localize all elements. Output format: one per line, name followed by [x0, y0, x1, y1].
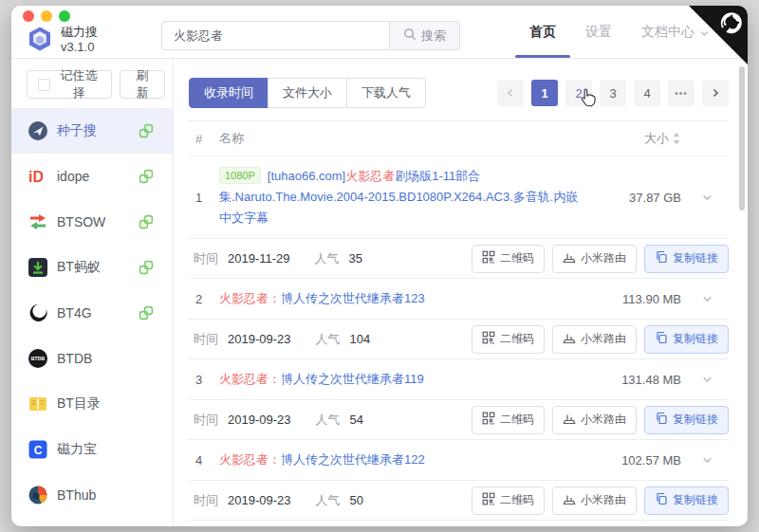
prev-page-button[interactable]: [497, 80, 524, 106]
search-button[interactable]: 搜索: [389, 21, 460, 50]
popularity-value: 50: [350, 493, 363, 507]
popularity-value: 54: [350, 413, 363, 427]
sidebar-item-btmayi[interactable]: BT蚂蚁: [11, 245, 173, 290]
copy-link-button[interactable]: 复制链接: [644, 245, 729, 273]
column-index: #: [189, 132, 219, 146]
cilibao-icon: C: [28, 439, 48, 460]
source-label: BTSOW: [57, 214, 105, 229]
app-name: 磁力搜: [61, 25, 98, 40]
zhongzisou-icon: [28, 120, 48, 141]
copy-link-button[interactable]: 复制链接: [644, 486, 729, 515]
expand-chevron-icon[interactable]: [685, 293, 729, 305]
copy-icon: [655, 412, 668, 428]
sort-caret-icon[interactable]: [672, 131, 681, 146]
main-panel: 收录时间文件大小下载人气 1234••• # 名称 大小 11080P[tuha…: [174, 59, 748, 526]
qrcode-button[interactable]: 二维码: [472, 245, 545, 273]
router-label: 小米路由: [581, 412, 626, 428]
refresh-button[interactable]: 刷新: [120, 70, 165, 99]
router-button[interactable]: 小米路由: [552, 325, 637, 354]
router-button[interactable]: 小米路由: [552, 486, 637, 515]
scrollbar-thumb[interactable]: [739, 66, 745, 211]
name-text: 博人传之次世代继承者119: [281, 372, 424, 386]
sort-tabs: 收录时间文件大小下载人气: [189, 78, 426, 108]
page-button-2[interactable]: 2: [565, 80, 592, 106]
minimize-button[interactable]: [41, 10, 52, 22]
sort-tab-time[interactable]: 收录时间: [189, 78, 268, 108]
router-button[interactable]: 小米路由: [552, 245, 637, 273]
time-value: 2019-09-23: [228, 493, 291, 507]
column-size[interactable]: 大小: [590, 130, 685, 147]
nav-item-home[interactable]: 首页: [529, 6, 556, 59]
row-name-cell: 1080P[tuhao66.com]火影忍者剧场版1-11部合集.Naruto.…: [219, 166, 590, 229]
svg-text:C: C: [34, 444, 43, 457]
table-rows: 11080P[tuhao66.com]火影忍者剧场版1-11部合集.Naruto…: [189, 156, 729, 526]
table-row: 2火影忍者：博人传之次世代继承者123113.90 MB: [189, 279, 729, 320]
keyword-highlight: 火影忍者：: [219, 291, 281, 305]
source-label: 磁力宝: [57, 441, 97, 458]
more-pages-button[interactable]: •••: [668, 80, 694, 106]
remember-checkbox[interactable]: [38, 79, 50, 91]
qrcode-icon: [482, 492, 495, 508]
page-button-3[interactable]: 3: [600, 80, 626, 106]
search-input[interactable]: [161, 21, 389, 50]
chain-link-icon[interactable]: [139, 214, 154, 229]
torrent-link[interactable]: 火影忍者：博人传之次世代继承者122: [219, 452, 425, 467]
sidebar-item-idope[interactable]: iDidope: [11, 154, 173, 199]
sidebar-item-btdb[interactable]: BTDBBTDB: [11, 336, 173, 381]
row-size: 131.48 MB: [590, 373, 685, 387]
popularity-value: 104: [350, 332, 371, 346]
expand-chevron-icon[interactable]: [685, 192, 729, 204]
router-button[interactable]: 小米路由: [552, 406, 637, 434]
page-button-4[interactable]: 4: [634, 80, 660, 106]
popularity-label: 人气: [316, 331, 341, 348]
sidebar-item-zhongzisou[interactable]: 种子搜: [11, 108, 173, 154]
row-index: 3: [189, 373, 219, 387]
sidebar-item-bt4g[interactable]: BT4G: [11, 290, 173, 336]
qrcode-button[interactable]: 二维码: [472, 325, 545, 354]
torrent-link[interactable]: 火影忍者：博人传之次世代继承者119: [219, 372, 424, 386]
search-button-label: 搜索: [421, 28, 446, 45]
refresh-label: 刷新: [131, 67, 154, 101]
btmulu-icon: [28, 394, 48, 414]
qrcode-icon: [482, 250, 495, 266]
expand-chevron-icon[interactable]: [685, 454, 729, 467]
source-list: 种子搜iDidopeBTSOWBT蚂蚁BT4GBTDBBTDBBT目录C磁力宝B…: [11, 108, 173, 518]
sort-tab-popularity[interactable]: 下载人气: [346, 78, 426, 108]
app-title: 磁力搜 v3.1.0: [61, 25, 98, 55]
page-button-1[interactable]: 1: [531, 80, 558, 106]
copy-icon: [655, 492, 668, 508]
torrent-link[interactable]: [tuhao66.com]火影忍者剧场版1-11部合集.Naruto.The.M…: [219, 169, 578, 225]
source-label: BT目录: [57, 395, 101, 413]
chain-link-icon[interactable]: [139, 260, 154, 275]
row-index: 4: [189, 453, 219, 468]
chain-link-icon[interactable]: [139, 305, 154, 321]
popularity-label: 人气: [316, 492, 341, 509]
time-value: 2019-09-23: [228, 332, 291, 346]
zoom-button[interactable]: [59, 10, 70, 22]
qrcode-button[interactable]: 二维码: [472, 406, 545, 434]
copy-link-button[interactable]: 复制链接: [644, 406, 729, 434]
column-name: 名称: [219, 130, 590, 147]
next-page-button[interactable]: [702, 80, 729, 106]
remember-selection-button[interactable]: 记住选择: [27, 70, 112, 99]
torrent-link[interactable]: 火影忍者：博人传之次世代继承者123: [219, 291, 425, 305]
toolbar: 收录时间文件大小下载人气 1234•••: [189, 78, 729, 108]
chain-link-icon[interactable]: [139, 169, 154, 184]
qrcode-label: 二维码: [500, 250, 534, 266]
qrcode-button[interactable]: 二维码: [472, 486, 545, 515]
svg-text:iD: iD: [28, 169, 44, 185]
row-size: 113.90 MB: [590, 292, 685, 306]
svg-text:BTDB: BTDB: [31, 356, 46, 361]
sidebar-item-cilibao[interactable]: C磁力宝: [11, 427, 173, 472]
sort-tab-size[interactable]: 文件大小: [268, 78, 347, 108]
sidebar-item-btsow[interactable]: BTSOW: [11, 199, 173, 245]
chain-link-icon[interactable]: [139, 123, 154, 138]
sidebar-item-bthub[interactable]: BThub: [11, 472, 173, 518]
copy-link-button[interactable]: 复制链接: [644, 325, 729, 354]
close-button[interactable]: [23, 10, 34, 22]
router-label: 小米路由: [581, 250, 626, 266]
nav-item-settings[interactable]: 设置: [585, 6, 612, 59]
time-value: 2019-09-23: [228, 413, 291, 427]
expand-chevron-icon[interactable]: [685, 374, 729, 386]
sidebar-item-btmulu[interactable]: BT目录: [11, 381, 173, 427]
